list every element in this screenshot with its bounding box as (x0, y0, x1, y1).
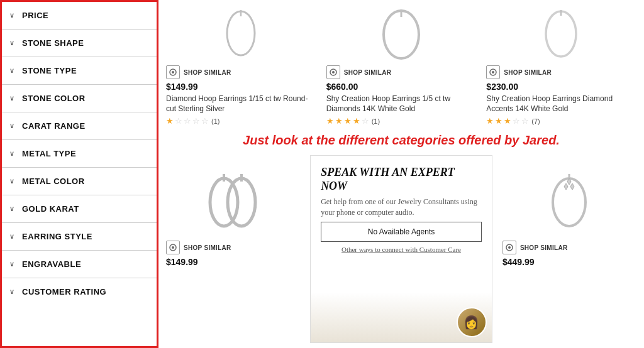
shop-similar-label-1: SHOP SIMILAR (184, 69, 231, 76)
star-1-3: ☆ (184, 116, 191, 126)
avatar: 👩 (457, 307, 487, 337)
svg-point-18 (553, 178, 586, 226)
chevron-icon-metal-type: ∨ (9, 150, 14, 158)
filter-label-price: PRICE (22, 11, 48, 20)
expert-title: SPEAK WITH AN EXPERT NOW (321, 166, 482, 193)
bottom-product-row: SHOP SIMILAR $149.99 SPEAK WITH AN EXPER… (166, 155, 636, 343)
filter-item-earring-style[interactable]: ∨EARRING STYLE (2, 223, 157, 251)
svg-point-3 (172, 71, 174, 73)
title-1: Diamond Hoop Earrings 1/15 ct tw Round-c… (166, 94, 316, 114)
svg-point-7 (332, 71, 335, 73)
title-2: Shy Creation Hoop Earrings 1/5 ct tw Dia… (326, 94, 477, 114)
filter-item-metal-color[interactable]: ∨METAL COLOR (2, 168, 157, 195)
price-2: $660.00 (326, 82, 477, 92)
filter-label-engravable: ENGRAVABLE (22, 259, 81, 269)
shop-similar-icon-3[interactable] (486, 65, 500, 79)
product-image-bottom-2 (502, 155, 636, 237)
chevron-icon-customer-rating: ∨ (9, 288, 14, 296)
product-card-2: SHOP SIMILAR $660.00 Shy Creation Hoop E… (326, 5, 477, 126)
chevron-icon-stone-color: ∨ (9, 94, 14, 102)
shop-similar-icon-b2[interactable] (502, 241, 516, 254)
shop-similar-label-b1: SHOP SIMILAR (184, 244, 231, 251)
product-image-3 (486, 5, 636, 62)
chevron-icon-earring-style: ∨ (9, 232, 14, 241)
star-2-3: ★ (344, 116, 352, 126)
shop-similar-row-2[interactable]: SHOP SIMILAR (326, 65, 477, 79)
filter-sidebar: ∨PRICE∨STONE SHAPE∨STONE TYPE∨STONE COLO… (0, 0, 158, 348)
filter-item-stone-shape[interactable]: ∨STONE SHAPE (2, 30, 157, 57)
shop-similar-label-2: SHOP SIMILAR (344, 69, 392, 76)
filter-label-carat-range: CARAT RANGE (22, 121, 86, 131)
product-card-1: SHOP SIMILAR $149.99 Diamond Hoop Earrin… (166, 5, 316, 126)
svg-point-8 (546, 11, 576, 57)
stars-2: ★ ★ ★ ★ ☆ (1) (326, 116, 477, 126)
svg-point-17 (172, 246, 174, 249)
product-card-bottom-1: SHOP SIMILAR $149.99 (166, 155, 300, 343)
shop-similar-icon-b1[interactable] (166, 241, 180, 254)
svg-marker-22 (564, 183, 568, 190)
star-2-2: ★ (335, 116, 343, 126)
filter-label-gold-karat: GOLD KARAT (22, 204, 79, 214)
svg-point-11 (492, 71, 494, 73)
filter-label-stone-type: STONE TYPE (22, 66, 77, 75)
review-count-1: (1) (211, 117, 219, 125)
shop-similar-row-3[interactable]: SHOP SIMILAR (486, 65, 636, 79)
filter-label-metal-type: METAL TYPE (22, 149, 76, 158)
filter-label-stone-color: STONE COLOR (22, 94, 86, 103)
chevron-icon-engravable: ∨ (9, 260, 14, 268)
shop-similar-row-1[interactable]: SHOP SIMILAR (166, 65, 316, 79)
star-2-5: ☆ (362, 116, 369, 126)
shop-similar-icon-1[interactable] (166, 65, 180, 79)
star-1-4: ☆ (192, 116, 200, 126)
filter-item-metal-type[interactable]: ∨METAL TYPE (2, 140, 157, 168)
no-agents-button[interactable]: No Available Agents (321, 222, 482, 242)
chevron-icon-stone-shape: ∨ (9, 39, 14, 47)
product-card-3: SHOP SIMILAR $230.00 Shy Creation Hoop E… (486, 5, 636, 126)
svg-point-14 (228, 178, 255, 226)
shop-similar-icon-2[interactable] (326, 65, 340, 79)
expert-subtitle: Get help from one of our Jewelry Consult… (321, 197, 482, 218)
star-3-1: ★ (486, 116, 494, 126)
chevron-icon-price: ∨ (9, 11, 14, 19)
star-3-2: ★ (495, 116, 502, 126)
filter-label-earring-style: EARRING STYLE (22, 232, 92, 241)
star-3-5: ☆ (521, 116, 529, 126)
star-3-3: ★ (504, 116, 511, 126)
stars-3: ★ ★ ★ ☆ ☆ (7) (486, 116, 636, 126)
svg-point-4 (384, 11, 419, 58)
shop-similar-label-3: SHOP SIMILAR (504, 69, 552, 76)
product-image-1 (166, 5, 316, 62)
svg-marker-21 (570, 183, 574, 190)
star-2-4: ★ (353, 116, 360, 126)
price-b1: $149.99 (166, 257, 300, 267)
shop-similar-row-b1[interactable]: SHOP SIMILAR (166, 241, 300, 254)
product-image-2 (326, 5, 477, 62)
filter-label-stone-shape: STONE SHAPE (22, 38, 84, 48)
shop-similar-label-b2: SHOP SIMILAR (520, 244, 568, 251)
filter-item-carat-range[interactable]: ∨CARAT RANGE (2, 112, 157, 140)
star-1-2: ☆ (175, 116, 182, 126)
review-count-2: (1) (372, 117, 380, 125)
star-1-5: ☆ (201, 116, 209, 126)
filter-item-engravable[interactable]: ∨ENGRAVABLE (2, 251, 157, 278)
expert-card: SPEAK WITH AN EXPERT NOW Get help from o… (310, 155, 492, 343)
filter-item-stone-color[interactable]: ∨STONE COLOR (2, 85, 157, 112)
shop-similar-row-b2[interactable]: SHOP SIMILAR (502, 241, 636, 254)
svg-point-24 (508, 246, 511, 249)
filter-item-gold-karat[interactable]: ∨GOLD KARAT (2, 195, 157, 223)
banner-text: Just look at the different categories of… (166, 131, 636, 150)
review-count-3: (7) (531, 117, 540, 125)
filter-label-metal-color: METAL COLOR (22, 177, 85, 186)
other-ways-link[interactable]: Other ways to connect with Customer Care (321, 246, 482, 253)
product-image-bottom-1 (166, 155, 300, 237)
star-3-4: ☆ (513, 116, 520, 126)
filter-item-price[interactable]: ∨PRICE (2, 2, 157, 30)
price-b2: $449.99 (502, 257, 636, 267)
filter-item-customer-rating[interactable]: ∨CUSTOMER RATING (2, 278, 157, 305)
filter-item-stone-type[interactable]: ∨STONE TYPE (2, 57, 157, 85)
chevron-icon-carat-range: ∨ (9, 122, 14, 130)
star-1-1: ★ (166, 116, 174, 126)
chevron-icon-stone-type: ∨ (9, 67, 14, 75)
svg-point-12 (210, 178, 238, 226)
svg-point-0 (227, 11, 255, 55)
